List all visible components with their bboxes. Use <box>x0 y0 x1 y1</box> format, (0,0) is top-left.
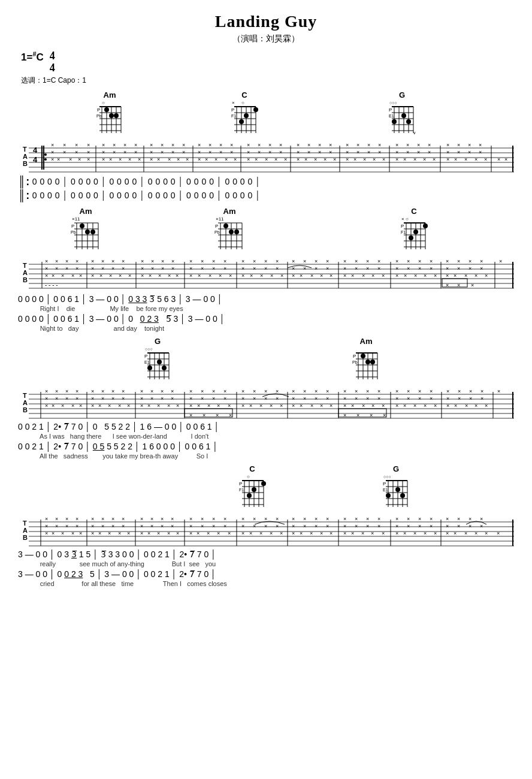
svg-text:×: × <box>346 149 349 155</box>
svg-text:×: × <box>377 523 380 529</box>
svg-text:×: × <box>111 388 114 394</box>
svg-text:×: × <box>111 523 114 529</box>
svg-text:×: × <box>407 395 410 401</box>
svg-text:×: × <box>469 395 472 401</box>
svg-text:×: × <box>102 142 105 148</box>
svg-text:×: × <box>61 403 64 409</box>
svg-text:×: × <box>140 530 143 536</box>
svg-text:P: P <box>71 224 74 229</box>
svg-text:×: × <box>446 156 449 162</box>
svg-text:×: × <box>413 403 416 409</box>
svg-text:×: × <box>280 530 283 536</box>
svg-text:×: × <box>418 388 421 394</box>
svg-text:×: × <box>150 156 153 162</box>
svg-text:×: × <box>424 403 427 409</box>
svg-text:Pb: Pb <box>96 114 102 118</box>
svg-text:×: × <box>395 523 398 529</box>
svg-text:×: × <box>343 412 346 418</box>
svg-text:×: × <box>276 388 279 394</box>
svg-text:×: × <box>485 403 488 409</box>
svg-text:×: × <box>413 156 416 162</box>
svg-text:×: × <box>55 395 58 401</box>
svg-text:×: × <box>307 149 310 155</box>
svg-text:×: × <box>303 395 306 401</box>
svg-text:×: × <box>223 516 226 522</box>
svg-text:×: × <box>407 388 410 394</box>
svg-text:×: × <box>122 265 125 271</box>
svg-text:×: × <box>430 395 433 401</box>
svg-text:×: × <box>362 403 365 409</box>
svg-text:×: × <box>55 265 58 271</box>
lyrics-s4-l1: really see much of any-thing But I see y… <box>18 560 514 567</box>
svg-text:×: × <box>446 388 449 394</box>
svg-text:×: × <box>45 265 48 271</box>
svg-text:×: × <box>101 265 104 271</box>
svg-text:y: y <box>413 131 416 134</box>
svg-text:×: × <box>101 523 104 529</box>
svg-text:×: × <box>497 530 500 536</box>
svg-text:×: × <box>355 516 358 522</box>
svg-text:×: × <box>207 530 210 536</box>
svg-text:×: × <box>208 273 211 279</box>
svg-text:×: × <box>241 265 244 271</box>
time-signature: 4 4 <box>50 50 55 74</box>
svg-text:×: × <box>468 258 471 264</box>
svg-text:×: × <box>75 258 78 264</box>
svg-text:×: × <box>45 530 48 536</box>
svg-text:×: × <box>406 142 409 148</box>
svg-text:×: × <box>228 530 231 536</box>
svg-text:×: × <box>147 403 150 409</box>
svg-text:×: × <box>318 142 321 148</box>
svg-text:×: × <box>383 412 386 418</box>
svg-text:×: × <box>418 395 421 401</box>
svg-text:×: × <box>430 388 433 394</box>
svg-text:×: × <box>395 395 398 401</box>
svg-text:×: × <box>241 388 244 394</box>
svg-text:×: × <box>149 273 152 279</box>
svg-text:×: × <box>128 156 131 162</box>
svg-text:×: × <box>91 273 94 279</box>
svg-text:×: × <box>223 523 226 529</box>
svg-text:×: × <box>61 273 64 279</box>
chord-am-3: Am P <box>352 337 380 383</box>
svg-text:×: × <box>423 156 426 162</box>
svg-text:×: × <box>378 142 381 148</box>
svg-text:×: × <box>253 258 256 264</box>
svg-text:×: × <box>122 523 125 529</box>
svg-text:×: × <box>198 273 201 279</box>
svg-text:×: × <box>150 388 153 394</box>
svg-text:×: × <box>119 273 122 279</box>
svg-text:×: × <box>458 388 461 394</box>
svg-text:×: × <box>151 265 154 271</box>
svg-text:×: × <box>499 258 502 264</box>
svg-text:×: × <box>138 156 141 162</box>
svg-text:×: × <box>63 142 66 148</box>
svg-text:×: × <box>65 258 68 264</box>
svg-text:B: B <box>23 534 28 541</box>
svg-text:F1: F1 <box>231 114 236 118</box>
svg-text:×: × <box>219 273 222 279</box>
svg-text:×: × <box>101 258 104 264</box>
svg-text:×: × <box>113 149 116 155</box>
svg-text:×: × <box>480 395 483 401</box>
svg-text:×: × <box>395 516 398 522</box>
svg-text:×: × <box>356 142 359 148</box>
svg-text:×: × <box>151 258 154 264</box>
svg-text:×: × <box>371 530 374 536</box>
svg-text:×: × <box>382 273 385 279</box>
svg-text:×: × <box>65 395 68 401</box>
svg-text:×: × <box>128 273 131 279</box>
chord-g-1: G ○○○ <box>388 90 416 137</box>
svg-text:×: × <box>201 395 204 401</box>
svg-text:×: × <box>446 273 449 279</box>
svg-text:×: × <box>395 265 398 271</box>
svg-text:×: × <box>158 273 161 279</box>
svg-text:×: × <box>330 273 332 279</box>
svg-text:×: × <box>157 530 160 536</box>
svg-text:×: × <box>119 156 122 162</box>
svg-text:×: × <box>363 156 366 162</box>
svg-text:×: × <box>212 395 215 401</box>
svg-text:×: × <box>45 258 48 264</box>
svg-text:×: × <box>197 530 200 536</box>
svg-text:×: × <box>320 273 323 279</box>
